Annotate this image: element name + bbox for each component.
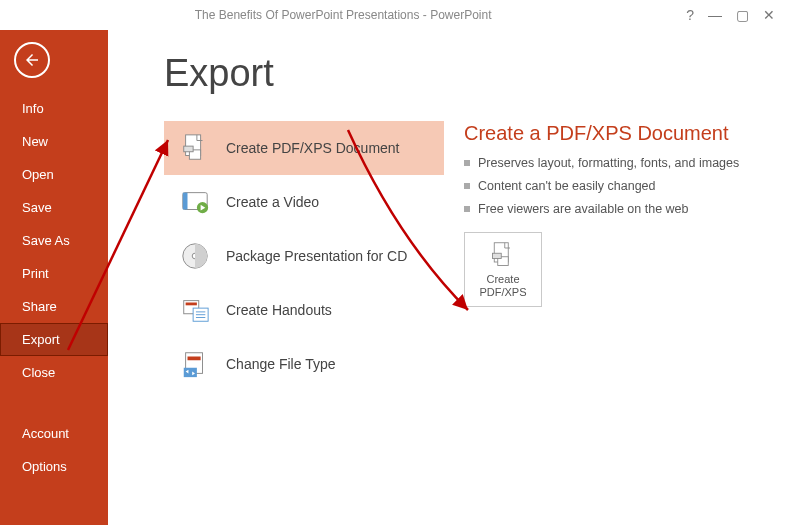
- option-label: Package Presentation for CD: [226, 248, 407, 264]
- sidebar-item-options[interactable]: Options: [0, 450, 108, 483]
- svg-rect-4: [183, 193, 188, 210]
- sidebar-item-info[interactable]: Info: [0, 92, 108, 125]
- export-detail-pane: Create a PDF/XPS Document Preserves layo…: [464, 121, 754, 307]
- sidebar-item-label: Options: [22, 459, 67, 474]
- svg-rect-15: [188, 357, 201, 361]
- sidebar-item-label: New: [22, 134, 48, 149]
- option-package-cd[interactable]: Package Presentation for CD: [164, 229, 444, 283]
- title-bar: The Benefits Of PowerPoint Presentations…: [0, 0, 789, 30]
- pdf-document-icon: [469, 241, 537, 269]
- sidebar-item-label: Export: [22, 332, 60, 347]
- window-controls: ? — ▢ ✕: [686, 7, 789, 23]
- sidebar-item-share[interactable]: Share: [0, 290, 108, 323]
- option-create-pdf-xps[interactable]: Create PDF/XPS Document: [164, 121, 444, 175]
- option-change-file-type[interactable]: Change File Type: [164, 337, 444, 391]
- sidebar-item-label: Account: [22, 426, 69, 441]
- pdf-document-icon: [178, 131, 212, 165]
- sidebar-item-saveas[interactable]: Save As: [0, 224, 108, 257]
- sidebar-item-label: Print: [22, 266, 49, 281]
- detail-bullets: Preserves layout, formatting, fonts, and…: [464, 155, 754, 218]
- svg-rect-9: [186, 303, 197, 306]
- cd-icon: [178, 239, 212, 273]
- sidebar-item-open[interactable]: Open: [0, 158, 108, 191]
- detail-title: Create a PDF/XPS Document: [464, 121, 754, 145]
- change-file-type-icon: [178, 347, 212, 381]
- sidebar-item-close[interactable]: Close: [0, 356, 108, 389]
- sidebar-item-account[interactable]: Account: [0, 417, 108, 450]
- detail-bullet: Preserves layout, formatting, fonts, and…: [464, 155, 754, 172]
- page-title: Export: [164, 52, 789, 95]
- option-label: Create Handouts: [226, 302, 332, 318]
- svg-rect-16: [184, 368, 197, 377]
- button-label-line1: Create: [469, 273, 537, 287]
- sidebar-item-label: Share: [22, 299, 57, 314]
- sidebar-item-label: Save: [22, 200, 52, 215]
- detail-bullet: Free viewers are available on the web: [464, 201, 754, 218]
- sidebar-item-export[interactable]: Export: [0, 323, 108, 356]
- minimize-icon[interactable]: —: [708, 7, 722, 23]
- help-icon[interactable]: ?: [686, 7, 694, 23]
- sidebar-item-label: Save As: [22, 233, 70, 248]
- sidebar-item-new[interactable]: New: [0, 125, 108, 158]
- video-icon: [178, 185, 212, 219]
- back-button[interactable]: [14, 42, 50, 78]
- option-create-handouts[interactable]: Create Handouts: [164, 283, 444, 337]
- sidebar-item-label: Close: [22, 365, 55, 380]
- close-icon[interactable]: ✕: [763, 7, 775, 23]
- export-options-list: Create PDF/XPS Document Create a Video P…: [164, 121, 444, 391]
- backstage-sidebar: Info New Open Save Save As Print Share E…: [0, 30, 108, 525]
- sidebar-item-save[interactable]: Save: [0, 191, 108, 224]
- option-create-video[interactable]: Create a Video: [164, 175, 444, 229]
- option-label: Create a Video: [226, 194, 319, 210]
- option-label: Create PDF/XPS Document: [226, 140, 400, 156]
- window-title: The Benefits Of PowerPoint Presentations…: [0, 8, 686, 22]
- svg-rect-2: [184, 146, 193, 152]
- create-pdf-xps-button[interactable]: Create PDF/XPS: [464, 232, 542, 308]
- maximize-icon[interactable]: ▢: [736, 7, 749, 23]
- button-label-line2: PDF/XPS: [469, 286, 537, 300]
- option-label: Change File Type: [226, 356, 335, 372]
- export-pane: Export Create PDF/XPS Document Create a …: [108, 30, 789, 525]
- sidebar-item-label: Open: [22, 167, 54, 182]
- detail-bullet: Content can't be easily changed: [464, 178, 754, 195]
- sidebar-item-label: Info: [22, 101, 44, 116]
- handouts-icon: [178, 293, 212, 327]
- svg-rect-19: [493, 253, 502, 258]
- sidebar-item-print[interactable]: Print: [0, 257, 108, 290]
